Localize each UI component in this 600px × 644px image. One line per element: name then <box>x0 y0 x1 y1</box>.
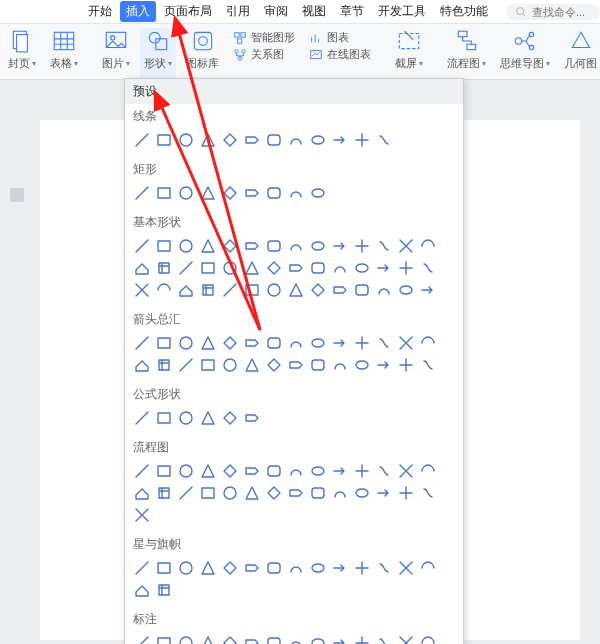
shape-item[interactable] <box>353 484 371 502</box>
shape-item[interactable] <box>353 237 371 255</box>
shape-item[interactable] <box>243 484 261 502</box>
shape-item[interactable] <box>199 131 217 149</box>
shape-item[interactable] <box>375 281 393 299</box>
shape-item[interactable] <box>155 634 173 644</box>
shape-item[interactable] <box>331 281 349 299</box>
shape-item[interactable] <box>177 184 195 202</box>
shape-item[interactable] <box>309 237 327 255</box>
shape-item[interactable] <box>265 281 283 299</box>
shape-item[interactable] <box>309 559 327 577</box>
shape-item[interactable] <box>397 281 415 299</box>
tab-start[interactable]: 开始 <box>82 1 118 22</box>
shape-item[interactable] <box>331 237 349 255</box>
shape-item[interactable] <box>331 559 349 577</box>
ribbon-chart[interactable]: 图表 <box>309 30 349 45</box>
shape-item[interactable] <box>375 462 393 480</box>
shape-item[interactable] <box>353 356 371 374</box>
ribbon-geometry[interactable]: 几何图 <box>560 28 600 80</box>
shape-item[interactable] <box>199 237 217 255</box>
panel-head[interactable]: 预设 <box>125 79 463 104</box>
shape-item[interactable] <box>243 237 261 255</box>
tab-insert[interactable]: 插入 <box>120 1 156 22</box>
shape-item[interactable] <box>199 356 217 374</box>
shape-item[interactable] <box>265 237 283 255</box>
shape-item[interactable] <box>309 484 327 502</box>
shape-item[interactable] <box>243 462 261 480</box>
shape-item[interactable] <box>221 237 239 255</box>
shape-item[interactable] <box>287 559 305 577</box>
shape-item[interactable] <box>221 356 239 374</box>
shape-item[interactable] <box>221 462 239 480</box>
shape-item[interactable] <box>375 356 393 374</box>
shape-item[interactable] <box>287 356 305 374</box>
shape-item[interactable] <box>243 184 261 202</box>
ribbon-smartart[interactable]: 智能图形 <box>233 30 295 45</box>
shape-item[interactable] <box>265 462 283 480</box>
shape-item[interactable] <box>243 356 261 374</box>
shape-item[interactable] <box>331 356 349 374</box>
ribbon-cover[interactable]: 封页▾ <box>4 28 40 80</box>
page-thumbnail-icon[interactable] <box>10 188 24 202</box>
shape-item[interactable] <box>155 237 173 255</box>
shape-item[interactable] <box>331 484 349 502</box>
ribbon-onlinechart[interactable]: 在线图表 <box>309 47 371 62</box>
ribbon-mindmap[interactable]: 思维导图▾ <box>496 28 554 80</box>
shape-item[interactable] <box>133 506 151 524</box>
shape-item[interactable] <box>331 131 349 149</box>
ribbon-table[interactable]: 表格▾ <box>46 28 82 80</box>
shape-item[interactable] <box>155 559 173 577</box>
shape-item[interactable] <box>133 259 151 277</box>
shape-item[interactable] <box>375 259 393 277</box>
ribbon-icons[interactable]: 图标库 <box>182 28 223 80</box>
shape-item[interactable] <box>155 259 173 277</box>
shape-item[interactable] <box>331 259 349 277</box>
shape-item[interactable] <box>397 559 415 577</box>
shape-item[interactable] <box>155 184 173 202</box>
shape-item[interactable] <box>133 484 151 502</box>
shape-item[interactable] <box>397 484 415 502</box>
shape-item[interactable] <box>177 462 195 480</box>
shape-item[interactable] <box>221 559 239 577</box>
shape-item[interactable] <box>309 634 327 644</box>
shape-item[interactable] <box>353 281 371 299</box>
tab-developer[interactable]: 开发工具 <box>372 1 432 22</box>
shape-item[interactable] <box>353 131 371 149</box>
shape-item[interactable] <box>133 409 151 427</box>
shape-item[interactable] <box>419 559 437 577</box>
shape-item[interactable] <box>287 184 305 202</box>
tab-references[interactable]: 引用 <box>220 1 256 22</box>
tab-chapter[interactable]: 章节 <box>334 1 370 22</box>
tab-view[interactable]: 视图 <box>296 1 332 22</box>
shape-item[interactable] <box>243 259 261 277</box>
shape-item[interactable] <box>243 131 261 149</box>
shape-item[interactable] <box>419 356 437 374</box>
ribbon-flowchart[interactable]: 流程图▾ <box>443 28 490 80</box>
shape-item[interactable] <box>397 634 415 644</box>
shape-item[interactable] <box>199 259 217 277</box>
shape-item[interactable] <box>309 259 327 277</box>
shape-item[interactable] <box>309 281 327 299</box>
shape-item[interactable] <box>221 259 239 277</box>
shape-item[interactable] <box>155 484 173 502</box>
shape-item[interactable] <box>265 356 283 374</box>
shape-item[interactable] <box>419 634 437 644</box>
shape-item[interactable] <box>287 131 305 149</box>
shape-item[interactable] <box>243 559 261 577</box>
shape-item[interactable] <box>133 634 151 644</box>
command-search[interactable] <box>506 4 600 20</box>
shape-item[interactable] <box>133 334 151 352</box>
shape-item[interactable] <box>397 237 415 255</box>
shape-item[interactable] <box>397 259 415 277</box>
shape-item[interactable] <box>177 334 195 352</box>
shape-item[interactable] <box>353 462 371 480</box>
shape-item[interactable] <box>287 484 305 502</box>
shape-item[interactable] <box>243 409 261 427</box>
shape-item[interactable] <box>199 334 217 352</box>
shape-item[interactable] <box>199 634 217 644</box>
shape-item[interactable] <box>265 184 283 202</box>
shape-item[interactable] <box>177 237 195 255</box>
ribbon-picture[interactable]: 图片▾ <box>98 28 134 80</box>
shape-item[interactable] <box>199 484 217 502</box>
shape-item[interactable] <box>133 237 151 255</box>
shape-item[interactable] <box>397 462 415 480</box>
